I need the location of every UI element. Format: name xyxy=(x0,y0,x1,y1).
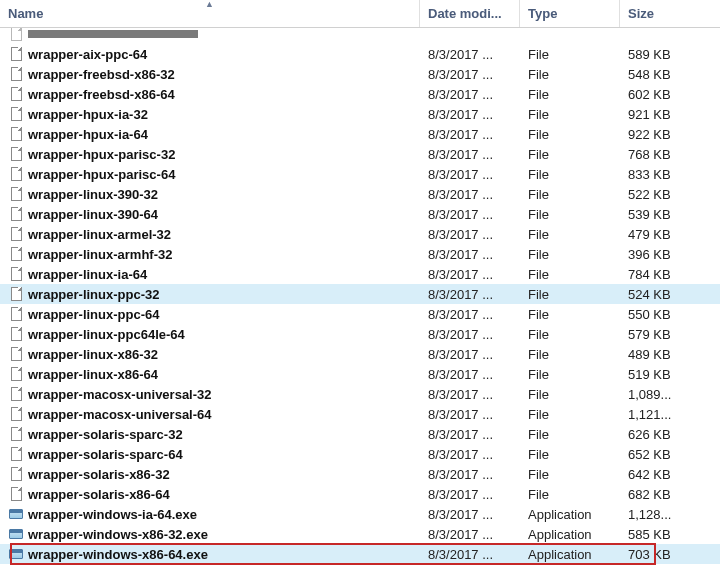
file-type-label: File xyxy=(520,107,620,122)
table-row[interactable]: wrapper-linux-ppc64le-648/3/2017 ...File… xyxy=(0,324,720,344)
column-header-date-label: Date modi... xyxy=(428,6,502,21)
column-header-size[interactable]: Size xyxy=(620,0,710,27)
partial-row-top xyxy=(0,28,720,44)
file-name-label: wrapper-linux-390-64 xyxy=(28,207,158,222)
table-row[interactable]: wrapper-hpux-ia-648/3/2017 ...File922 KB xyxy=(0,124,720,144)
file-size-label: 489 KB xyxy=(620,347,710,362)
file-date-label: 8/3/2017 ... xyxy=(420,147,520,162)
file-icon xyxy=(8,486,24,502)
file-size-label: 585 KB xyxy=(620,527,710,542)
file-name-label: wrapper-linux-ppc-64 xyxy=(28,307,159,322)
file-type-label: File xyxy=(520,327,620,342)
table-row[interactable]: wrapper-linux-armel-328/3/2017 ...File47… xyxy=(0,224,720,244)
file-type-label: File xyxy=(520,167,620,182)
table-row[interactable]: wrapper-hpux-parisc-648/3/2017 ...File83… xyxy=(0,164,720,184)
table-row[interactable]: wrapper-linux-ia-648/3/2017 ...File784 K… xyxy=(0,264,720,284)
file-icon xyxy=(8,286,24,302)
table-row[interactable]: wrapper-freebsd-x86-328/3/2017 ...File54… xyxy=(0,64,720,84)
file-list-view: ▲ Name Date modi... Type Size wrapper-ai… xyxy=(0,0,720,564)
file-type-label: File xyxy=(520,247,620,262)
file-icon xyxy=(8,346,24,362)
table-row[interactable]: wrapper-hpux-parisc-328/3/2017 ...File76… xyxy=(0,144,720,164)
table-row[interactable]: wrapper-macosx-universal-648/3/2017 ...F… xyxy=(0,404,720,424)
file-name-label: wrapper-hpux-ia-32 xyxy=(28,107,148,122)
table-row[interactable]: wrapper-solaris-x86-648/3/2017 ...File68… xyxy=(0,484,720,504)
file-size-label: 768 KB xyxy=(620,147,710,162)
file-size-label: 784 KB xyxy=(620,267,710,282)
file-date-label: 8/3/2017 ... xyxy=(420,447,520,462)
file-size-label: 833 KB xyxy=(620,167,710,182)
file-name-label: wrapper-solaris-sparc-32 xyxy=(28,427,183,442)
application-icon xyxy=(8,506,24,522)
file-date-label: 8/3/2017 ... xyxy=(420,307,520,322)
file-icon xyxy=(8,246,24,262)
table-row[interactable]: wrapper-linux-ppc-328/3/2017 ...File524 … xyxy=(0,284,720,304)
table-row[interactable]: wrapper-linux-x86-648/3/2017 ...File519 … xyxy=(0,364,720,384)
file-size-label: 921 KB xyxy=(620,107,710,122)
file-size-label: 703 KB xyxy=(620,547,710,562)
file-size-label: 522 KB xyxy=(620,187,710,202)
file-name-label: wrapper-linux-x86-64 xyxy=(28,367,158,382)
file-type-label: File xyxy=(520,387,620,402)
file-date-label: 8/3/2017 ... xyxy=(420,547,520,562)
table-row[interactable]: wrapper-linux-390-648/3/2017 ...File539 … xyxy=(0,204,720,224)
file-name-label: wrapper-hpux-ia-64 xyxy=(28,127,148,142)
table-row[interactable]: wrapper-linux-x86-328/3/2017 ...File489 … xyxy=(0,344,720,364)
column-header-name[interactable]: ▲ Name xyxy=(0,0,420,27)
file-name-label: wrapper-linux-ppc64le-64 xyxy=(28,327,185,342)
file-name-label: wrapper-macosx-universal-32 xyxy=(28,387,212,402)
file-date-label: 8/3/2017 ... xyxy=(420,527,520,542)
table-row[interactable]: wrapper-aix-ppc-648/3/2017 ...File589 KB xyxy=(0,44,720,64)
file-date-label: 8/3/2017 ... xyxy=(420,267,520,282)
table-row[interactable]: wrapper-freebsd-x86-648/3/2017 ...File60… xyxy=(0,84,720,104)
file-icon xyxy=(8,386,24,402)
file-icon xyxy=(8,266,24,282)
table-row[interactable]: wrapper-windows-x86-64.exe8/3/2017 ...Ap… xyxy=(0,544,720,564)
file-name-label: wrapper-windows-x86-32.exe xyxy=(28,527,208,542)
file-date-label: 8/3/2017 ... xyxy=(420,107,520,122)
file-name-label: wrapper-linux-ia-64 xyxy=(28,267,147,282)
file-type-label: File xyxy=(520,427,620,442)
file-date-label: 8/3/2017 ... xyxy=(420,187,520,202)
file-type-label: File xyxy=(520,447,620,462)
file-icon xyxy=(8,406,24,422)
file-size-label: 589 KB xyxy=(620,47,710,62)
file-date-label: 8/3/2017 ... xyxy=(420,127,520,142)
file-icon xyxy=(8,366,24,382)
table-row[interactable] xyxy=(0,28,710,44)
file-type-label: File xyxy=(520,47,620,62)
file-date-label: 8/3/2017 ... xyxy=(420,87,520,102)
column-header-type-label: Type xyxy=(528,6,557,21)
table-row[interactable]: wrapper-windows-x86-32.exe8/3/2017 ...Ap… xyxy=(0,524,720,544)
table-row[interactable]: wrapper-linux-ppc-648/3/2017 ...File550 … xyxy=(0,304,720,324)
file-date-label: 8/3/2017 ... xyxy=(420,387,520,402)
file-name-label: wrapper-linux-390-32 xyxy=(28,187,158,202)
file-size-label: 479 KB xyxy=(620,227,710,242)
table-row[interactable]: wrapper-macosx-universal-328/3/2017 ...F… xyxy=(0,384,720,404)
column-header-date[interactable]: Date modi... xyxy=(420,0,520,27)
file-icon xyxy=(8,206,24,222)
file-icon xyxy=(8,466,24,482)
table-row[interactable]: wrapper-hpux-ia-328/3/2017 ...File921 KB xyxy=(0,104,720,124)
table-row[interactable]: wrapper-solaris-x86-328/3/2017 ...File64… xyxy=(0,464,720,484)
table-row[interactable]: wrapper-linux-390-328/3/2017 ...File522 … xyxy=(0,184,720,204)
table-row[interactable]: wrapper-solaris-sparc-648/3/2017 ...File… xyxy=(0,444,720,464)
table-row[interactable]: wrapper-windows-ia-64.exe8/3/2017 ...App… xyxy=(0,504,720,524)
application-icon xyxy=(8,546,24,562)
file-type-label: File xyxy=(520,467,620,482)
file-size-label: 519 KB xyxy=(620,367,710,382)
file-name-label: wrapper-hpux-parisc-64 xyxy=(28,167,175,182)
file-date-label: 8/3/2017 ... xyxy=(420,67,520,82)
application-icon xyxy=(8,526,24,542)
file-icon xyxy=(8,66,24,82)
file-type-label: Application xyxy=(520,527,620,542)
table-row[interactable]: wrapper-linux-armhf-328/3/2017 ...File39… xyxy=(0,244,720,264)
file-type-label: File xyxy=(520,407,620,422)
file-icon xyxy=(8,226,24,242)
file-icon xyxy=(8,146,24,162)
file-size-label: 1,121... xyxy=(620,407,710,422)
column-header-type[interactable]: Type xyxy=(520,0,620,27)
file-size-label: 682 KB xyxy=(620,487,710,502)
table-row[interactable]: wrapper-solaris-sparc-328/3/2017 ...File… xyxy=(0,424,720,444)
file-size-label: 1,089... xyxy=(620,387,710,402)
